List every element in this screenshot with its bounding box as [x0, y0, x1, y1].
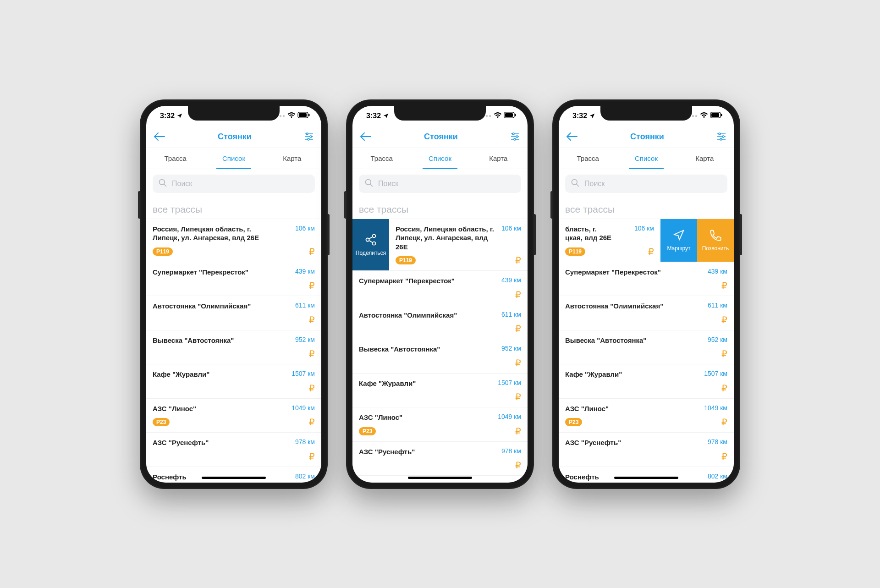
item-distance: 1507 км [498, 379, 521, 388]
tab-1[interactable]: Список [204, 148, 263, 169]
share-label: Поделиться [356, 250, 386, 256]
list-item[interactable]: Россия, Липецкая область, г. Липецк, ул.… [146, 219, 321, 262]
list-item-content: АЗС "Линос"1049 кмP23₽ [559, 399, 734, 433]
battery-icon [710, 112, 723, 120]
item-distance: 952 км [295, 336, 315, 345]
item-distance: 1507 км [292, 370, 315, 379]
home-indicator[interactable] [408, 477, 472, 479]
route-badge: P23 [565, 418, 582, 426]
search-input[interactable] [584, 180, 722, 188]
back-button[interactable] [360, 132, 372, 141]
item-distance: 439 км [708, 268, 727, 277]
list-item[interactable]: АЗС "Руснефть"978 км₽ [352, 441, 528, 476]
list-item[interactable]: АЗС "Линос"1049 кмP23₽ [146, 398, 321, 433]
item-distance: 439 км [295, 268, 315, 277]
tab-1[interactable]: Список [411, 148, 469, 169]
list-item[interactable]: бласть, г. цкая, влд 26Е106 кмP119₽Маршр… [559, 219, 734, 262]
item-title: Супермаркет "Перекресток" [565, 268, 661, 277]
tab-0[interactable]: Трасса [146, 148, 204, 169]
back-button[interactable] [566, 132, 578, 141]
item-distance: 802 км [295, 473, 315, 482]
list-item[interactable]: Кафе "Журавли"1507 км₽ [146, 364, 321, 398]
call-button[interactable]: Позвонить [697, 219, 734, 262]
list-item[interactable]: Роснефть802 км₽ [559, 467, 734, 483]
search-box[interactable] [359, 175, 521, 193]
ruble-icon: ₽ [309, 348, 315, 359]
list-item-content: бласть, г. цкая, влд 26Е106 кмP119₽ [559, 219, 660, 262]
tab-2[interactable]: Карта [263, 148, 321, 169]
back-button[interactable] [154, 132, 165, 141]
route-button[interactable]: Маршрут [660, 219, 697, 262]
list-item-content: АЗС "Линос"1049 кмP23₽ [146, 399, 321, 433]
tab-2[interactable]: Карта [676, 148, 734, 169]
status-time: 3:32 [572, 112, 595, 120]
svg-point-23 [366, 238, 369, 241]
filter-button[interactable] [510, 132, 520, 141]
svg-rect-2 [308, 114, 310, 116]
item-distance: 1507 км [704, 370, 727, 379]
search-icon [364, 178, 374, 189]
home-indicator[interactable] [614, 477, 678, 479]
search-box[interactable] [565, 175, 727, 193]
svg-point-8 [308, 138, 309, 140]
ruble-icon: ₽ [515, 357, 521, 368]
search-input[interactable] [378, 180, 516, 188]
ruble-icon: ₽ [721, 451, 727, 462]
list-item[interactable]: Автостоянка "Олимпийская"611 км₽ [559, 296, 734, 330]
section-title: все трассы [146, 197, 321, 219]
item-title: АЗС "Линос" [153, 404, 196, 413]
item-title: Роснефть [359, 481, 393, 483]
list-item-content: Супермаркет "Перекресток"439 км₽ [559, 262, 734, 296]
list-item-content: Автостоянка "Олимпийская"611 км₽ [146, 296, 321, 330]
route-badge: P119 [565, 247, 585, 256]
phone-icon [709, 229, 722, 242]
tabs: ТрассаСписокКарта [146, 148, 321, 169]
list-item-content: Роснефть802 км₽ [559, 467, 734, 483]
tab-1[interactable]: Список [617, 148, 675, 169]
item-distance: 978 км [295, 438, 315, 447]
list-item[interactable]: Кафе "Журавли"1507 км₽ [559, 364, 734, 398]
tab-2[interactable]: Карта [469, 148, 528, 169]
ruble-icon: ₽ [721, 417, 727, 428]
svg-line-10 [164, 184, 166, 186]
tab-0[interactable]: Трасса [352, 148, 411, 169]
list-item[interactable]: Автостоянка "Олимпийская"611 км₽ [146, 296, 321, 330]
list-item[interactable]: Супермаркет "Перекресток"439 км₽ [352, 270, 528, 305]
list-item[interactable]: АЗС "Линос"1049 кмP23₽ [352, 407, 528, 441]
item-title: Кафе "Журавли" [565, 370, 622, 379]
item-distance: 439 км [501, 276, 521, 286]
list-item[interactable]: АЗС "Линос"1049 кмP23₽ [559, 398, 734, 433]
svg-rect-12 [505, 113, 513, 117]
search-box[interactable] [153, 175, 315, 193]
list-item[interactable]: Супермаркет "Перекресток"439 км₽ [559, 262, 734, 296]
item-title: АЗС "Линос" [565, 404, 609, 413]
list-item[interactable]: ПоделитьсяРоссия, Липецкая область, г. Л… [352, 219, 528, 271]
search-input[interactable] [172, 180, 309, 188]
list-item[interactable]: Кафе "Журавли"1507 км₽ [352, 373, 528, 407]
list-item[interactable]: Автостоянка "Олимпийская"611 км₽ [352, 305, 528, 339]
list-item[interactable]: Вывеска "Автостоянка"952 км₽ [352, 339, 528, 373]
item-title: Супермаркет "Перекресток" [153, 268, 248, 277]
list-item-content: АЗС "Руснефть"978 км₽ [559, 433, 734, 467]
svg-rect-28 [711, 113, 719, 117]
list-item[interactable]: Вывеска "Автостоянка"952 км₽ [559, 330, 734, 364]
filter-button[interactable] [304, 132, 314, 141]
list-item[interactable]: АЗС "Руснефть"978 км₽ [146, 432, 321, 467]
item-title: Вывеска "Автостоянка" [565, 336, 646, 345]
svg-point-22 [373, 234, 376, 237]
tab-0[interactable]: Трасса [559, 148, 617, 169]
navigation-icon [672, 229, 685, 242]
filter-button[interactable] [716, 132, 726, 141]
ruble-icon: ₽ [515, 255, 521, 266]
results-list: Россия, Липецкая область, г. Липецк, ул.… [146, 219, 321, 483]
list-item[interactable]: Вывеска "Автостоянка"952 км₽ [146, 330, 321, 364]
home-indicator[interactable] [202, 477, 266, 479]
item-distance: 1049 км [498, 413, 521, 422]
list-item[interactable]: Супермаркет "Перекресток"439 км₽ [146, 262, 321, 296]
ruble-icon: ₽ [721, 348, 727, 359]
list-item[interactable]: АЗС "Руснефть"978 км₽ [559, 432, 734, 467]
ruble-icon: ₽ [309, 417, 315, 428]
list-item[interactable]: Роснефть802 км₽ [146, 467, 321, 483]
item-title: АЗС "Руснефть" [153, 438, 209, 447]
share-button[interactable]: Поделиться [352, 219, 389, 271]
